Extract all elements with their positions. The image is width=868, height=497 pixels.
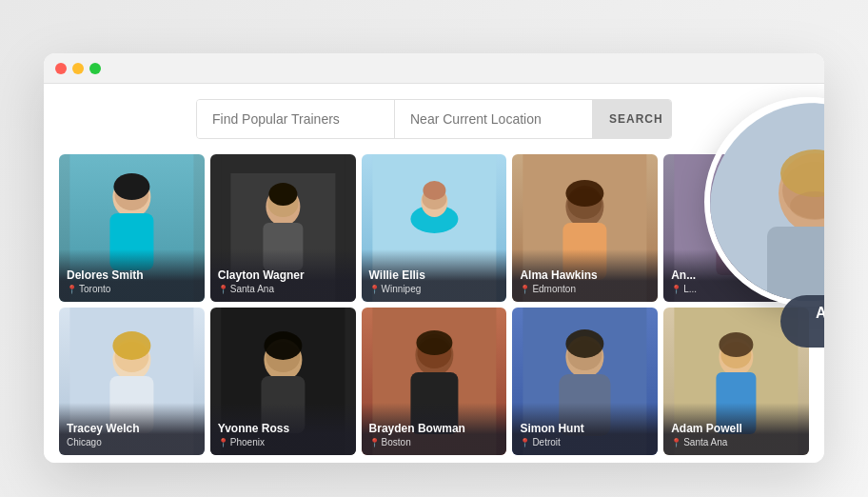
card-overlay-7: Yvonne Ross 📍 Phoenix <box>210 403 356 455</box>
trainer-name-9: Simon Hunt <box>520 422 650 435</box>
trainer-location-8: 📍 Boston <box>369 437 500 447</box>
featured-trainer-name: Andy Wells <box>799 305 824 322</box>
svg-point-4 <box>113 173 149 200</box>
search-bar: SEARCH <box>196 99 672 139</box>
card-overlay-6: Tracey Welch Chicago <box>59 403 205 455</box>
trainer-card-7[interactable]: Yvonne Ross 📍 Phoenix <box>210 308 356 455</box>
card-overlay-4: Alma Hawkins 📍 Edmonton <box>512 249 658 302</box>
trainer-location-9: 📍 Detroit <box>520 437 650 447</box>
browser-window: SEARCH <box>44 53 824 463</box>
trainer-location-10: 📍 Santa Ana <box>671 437 801 447</box>
svg-point-20 <box>566 180 604 207</box>
trainer-name-2: Clayton Wagner <box>218 268 348 282</box>
svg-point-44 <box>566 329 604 358</box>
trainer-location-6: Chicago <box>67 437 197 447</box>
card-overlay-2: Clayton Wagner 📍 Santa Ana <box>210 249 356 302</box>
row-2: Tracey Welch Chicago <box>59 308 809 455</box>
trainer-location-2: 📍 Santa Ana <box>218 284 348 294</box>
pin-icon-9: 📍 <box>520 438 530 447</box>
pin-icon-3: 📍 <box>369 285 380 294</box>
trainer-name-8: Brayden Bowman <box>369 422 500 435</box>
svg-point-34 <box>264 331 302 360</box>
card-overlay-9: Simon Hunt 📍 Detroit <box>512 403 658 455</box>
svg-point-10 <box>268 183 297 206</box>
svg-point-29 <box>112 331 150 360</box>
pin-icon-10: 📍 <box>671 438 681 447</box>
trainer-location-4: 📍 Edmonton <box>520 284 650 294</box>
pin-icon-2: 📍 <box>218 285 228 294</box>
find-input[interactable] <box>197 100 395 138</box>
card-overlay-10: Adam Powell 📍 Santa Ana <box>663 403 809 455</box>
trainer-card-1[interactable]: Delores Smith 📍 Toronto <box>59 154 205 302</box>
svg-point-15 <box>423 181 445 200</box>
near-input[interactable] <box>395 100 592 138</box>
browser-content: SEARCH <box>44 84 824 463</box>
trainer-card-8[interactable]: Brayden Bowman 📍 Boston <box>362 308 507 455</box>
trainer-name-4: Alma Hawkins <box>520 268 650 282</box>
close-button[interactable] <box>55 63 67 74</box>
featured-trainer-location: 📍 Edmonton <box>799 325 824 338</box>
pin-icon-5: 📍 <box>671 285 681 294</box>
trainer-name-3: Willie Ellis <box>369 268 500 282</box>
browser-titlebar <box>44 53 824 84</box>
trainer-name-1: Delores Smith <box>67 268 197 282</box>
card-overlay-3: Willie Ellis 📍 Winnipeg <box>362 249 507 302</box>
trainer-location-7: 📍 Phoenix <box>218 437 348 447</box>
trainer-card-9[interactable]: Simon Hunt 📍 Detroit <box>512 308 658 455</box>
pin-icon-1: 📍 <box>67 285 77 294</box>
trainer-name-6: Tracey Welch <box>67 422 197 435</box>
trainer-card-4[interactable]: Alma Hawkins 📍 Edmonton <box>512 154 658 302</box>
trainer-card-3[interactable]: Willie Ellis 📍 Winnipeg <box>362 154 507 302</box>
maximize-button[interactable] <box>89 63 101 74</box>
trainer-location-1: 📍 Toronto <box>67 284 197 294</box>
minimize-button[interactable] <box>72 63 84 74</box>
row-1: Delores Smith 📍 Toronto <box>59 154 809 302</box>
trainer-location-3: 📍 Winnipeg <box>369 284 500 294</box>
search-button[interactable]: SEARCH <box>592 100 672 138</box>
card-overlay-1: Delores Smith 📍 Toronto <box>59 249 205 302</box>
featured-pin-icon: 📍 <box>822 325 824 338</box>
svg-point-39 <box>416 330 452 355</box>
trainer-name-10: Adam Powell <box>671 422 801 435</box>
trainer-name-7: Yvonne Ross <box>218 422 348 435</box>
card-overlay-8: Brayden Bowman 📍 Boston <box>362 403 507 455</box>
trainer-card-6[interactable]: Tracey Welch Chicago <box>59 308 205 455</box>
pin-icon-8: 📍 <box>369 438 380 447</box>
trainer-card-2[interactable]: Clayton Wagner 📍 Santa Ana <box>210 154 356 302</box>
cards-container: Delores Smith 📍 Toronto <box>59 154 809 455</box>
svg-point-49 <box>720 332 754 357</box>
pin-icon-7: 📍 <box>218 438 228 447</box>
pin-icon-4: 📍 <box>520 285 530 294</box>
featured-label[interactable]: Andy Wells 📍 Edmonton <box>780 295 824 348</box>
